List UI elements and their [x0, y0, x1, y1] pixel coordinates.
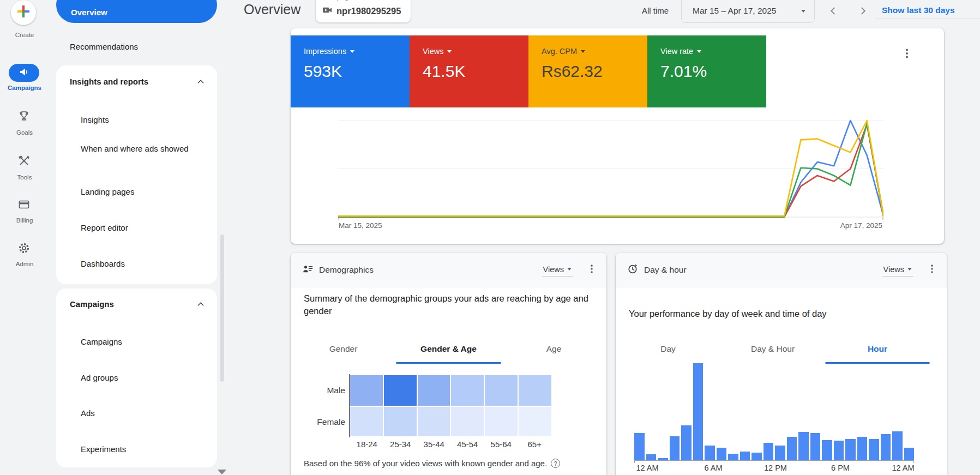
hour-tick-label: 6 AM — [704, 464, 722, 472]
subnav-item-experiments[interactable]: Experiments — [81, 443, 201, 455]
heatmap-cell — [485, 407, 518, 436]
x-axis-end-label: Apr 17, 2025 — [828, 221, 882, 230]
rail-item-admin-label[interactable]: Admin — [0, 261, 49, 267]
gear-icon[interactable] — [17, 241, 31, 255]
chevron-down-icon[interactable] — [581, 50, 585, 53]
tab-age[interactable]: Age — [501, 339, 606, 359]
heatmap-cell — [350, 407, 383, 436]
card-title: Day & hour — [644, 265, 882, 275]
demographics-icon — [302, 263, 313, 276]
day-hour-views-dropdown[interactable]: Views — [882, 264, 913, 276]
hour-bar — [798, 432, 809, 460]
credit-card-icon[interactable] — [17, 197, 31, 212]
hour-bar — [904, 448, 915, 460]
google-ads-overview-page: Create Campaigns Goals Tools — [0, 0, 980, 475]
hour-bar — [834, 441, 844, 460]
scroll-down-icon[interactable] — [218, 470, 226, 474]
heatmap-row-label-female: Female — [302, 417, 345, 427]
show-last-30-days-link[interactable]: Show last 30 days — [882, 5, 955, 15]
rail-item-goals-label[interactable]: Goals — [0, 129, 49, 136]
tab-day-and-hour[interactable]: Day & Hour — [720, 339, 825, 359]
day-hour-card: Day & hour Views Your performance by day… — [616, 253, 947, 475]
tools-icon[interactable] — [17, 154, 31, 168]
subnav-item-campaigns[interactable]: Campaigns — [81, 335, 201, 348]
kebab-menu-icon[interactable] — [586, 263, 598, 277]
campaign-chip-label: Campaign — [323, 0, 352, 1]
hour-bar — [845, 439, 856, 460]
hour-bar — [693, 363, 704, 460]
heatmap-column-labels: 18-24 25-34 35-44 45-54 55-64 65+ — [350, 440, 551, 449]
date-range-picker[interactable]: Mar 15 – Apr 17, 2025 — [681, 0, 815, 23]
hour-bar — [822, 440, 832, 460]
chevron-down-icon — [567, 268, 572, 270]
day-hour-card-header: Day & hour Views — [616, 253, 947, 287]
heatmap-cell — [451, 407, 484, 436]
subnav-item-dashboards[interactable]: Dashboards — [81, 257, 201, 270]
subnav-item-overview-active[interactable]: Overview — [56, 0, 217, 23]
demographics-tabs: Gender Gender & Age Age — [291, 339, 606, 359]
metric-card-avg-cpm[interactable]: Avg. CPM Rs62.32 — [528, 35, 647, 107]
day-hour-tabs: Day Day & Hour Hour — [616, 339, 930, 359]
subnav-scrollbar[interactable] — [220, 235, 224, 382]
hour-bar — [869, 439, 879, 460]
rail-item-campaigns[interactable] — [9, 64, 39, 82]
chevron-down-icon[interactable] — [447, 50, 452, 53]
tab-gender[interactable]: Gender — [291, 339, 396, 359]
active-tab-underline — [396, 362, 501, 364]
kebab-menu-icon[interactable] — [900, 47, 913, 62]
metric-value: 7.01% — [660, 62, 753, 81]
plus-icon — [17, 5, 29, 20]
demographics-views-dropdown[interactable]: Views — [542, 264, 573, 276]
rail-item-billing-label[interactable]: Billing — [0, 217, 49, 224]
subnav-item-report-editor[interactable]: Report editor — [81, 221, 201, 234]
help-icon[interactable]: ? — [551, 459, 560, 468]
subnav-item-landing-pages[interactable]: Landing pages — [81, 185, 201, 198]
age-group-label: 25-34 — [384, 440, 418, 449]
metric-card-impressions[interactable]: Impressions 593K — [291, 35, 410, 107]
metric-card-view-rate[interactable]: View rate 7.01% — [647, 35, 766, 107]
all-time-label: All time — [642, 6, 669, 15]
bar-chart-axis — [634, 460, 914, 461]
tab-hour[interactable]: Hour — [825, 339, 930, 359]
section-header-campaigns[interactable]: Campaigns — [70, 299, 114, 309]
views-dropdown-label: Views — [883, 265, 904, 274]
demographics-footnote: Based on the 96% of your video views wit… — [304, 459, 560, 468]
next-period-button[interactable] — [855, 3, 871, 19]
previous-period-button[interactable] — [825, 3, 841, 19]
subnav-item-ad-groups[interactable]: Ad groups — [81, 371, 201, 384]
rail-item-tools-label[interactable]: Tools — [0, 174, 49, 181]
tab-day[interactable]: Day — [616, 339, 720, 359]
chevron-down-icon[interactable] — [697, 50, 701, 53]
rail-item-campaigns-label[interactable]: Campaigns — [0, 85, 49, 91]
subnav-item-recommendations[interactable]: Recommendations — [70, 42, 138, 51]
hour-bar — [857, 437, 868, 460]
tab-gender-and-age[interactable]: Gender & Age — [396, 339, 501, 359]
performance-chart-card: Impressions 593K Views 41.5K Avg. CPM Rs… — [291, 28, 944, 244]
demographics-card: Demographics Views Summary of the demogr… — [291, 253, 606, 475]
heatmap-cell — [519, 407, 551, 436]
heatmap-row-label-male: Male — [302, 386, 345, 395]
campaign-chip[interactable]: Campaign npr1980295295 — [315, 0, 411, 23]
trophy-icon[interactable] — [17, 109, 31, 123]
hour-bar — [705, 446, 715, 460]
hour-bar — [751, 453, 762, 460]
age-group-label: 35-44 — [417, 440, 451, 449]
subnav-item-insights[interactable]: Insights — [81, 113, 201, 126]
section-header-insights-and-reports[interactable]: Insights and reports — [70, 77, 148, 86]
rail-item-create-label[interactable]: Create — [0, 32, 49, 38]
chevron-up-icon[interactable] — [196, 300, 205, 309]
metric-label: View rate — [660, 47, 693, 56]
page-title: Overview — [244, 2, 300, 17]
metric-card-views[interactable]: Views 41.5K — [410, 35, 528, 107]
hour-bar — [763, 443, 774, 460]
chevron-up-icon[interactable] — [196, 77, 205, 86]
header-divider — [875, 18, 980, 19]
subnav-item-when-and-where[interactable]: When and where ads showed — [81, 142, 201, 155]
campaign-chip-value: npr1980295295 — [336, 6, 401, 16]
subnav-item-ads[interactable]: Ads — [81, 407, 201, 419]
create-button[interactable] — [11, 0, 36, 25]
chevron-down-icon[interactable] — [350, 50, 354, 53]
metric-value: 41.5K — [423, 62, 515, 81]
kebab-menu-icon[interactable] — [926, 263, 938, 277]
subnav-section-insights-reports: Insights and reports Insights When and w… — [56, 65, 217, 284]
